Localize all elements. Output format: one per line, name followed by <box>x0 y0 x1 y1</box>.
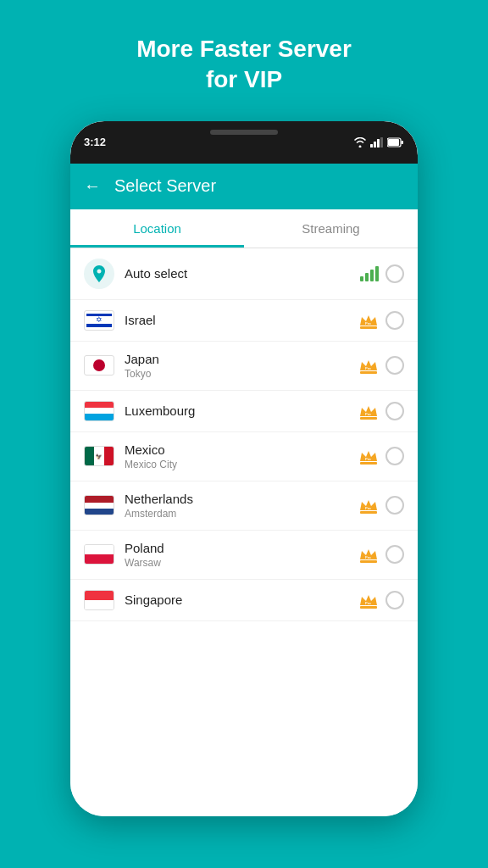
right-icons <box>360 264 404 283</box>
pro-crown-icon: Pro <box>358 357 379 374</box>
country-name: Auto select <box>125 266 350 281</box>
country-name: Luxembourg <box>125 403 348 418</box>
svg-rect-2 <box>377 139 380 147</box>
svg-rect-15 <box>360 511 377 514</box>
radio-button[interactable] <box>385 264 404 283</box>
server-list: Auto select ✡ Isr <box>70 248 418 816</box>
country-name: Singapore <box>125 593 348 607</box>
country-info: Auto select <box>125 266 350 281</box>
bar3 <box>370 270 374 281</box>
country-name: Poland <box>125 541 348 555</box>
app-bar: ← Select Server <box>70 164 418 209</box>
status-icons <box>353 137 404 147</box>
country-info: Israel <box>125 313 348 327</box>
svg-text:Pro: Pro <box>365 506 371 510</box>
svg-text:Pro: Pro <box>365 555 371 559</box>
country-name: Netherlands <box>125 492 348 506</box>
signal-bars <box>360 266 379 281</box>
tabs-container: Location Streaming <box>70 209 418 248</box>
country-info: Luxembourg <box>125 403 348 418</box>
svg-rect-13 <box>360 462 377 465</box>
svg-rect-9 <box>360 371 377 374</box>
cellular-icon <box>370 137 384 147</box>
svg-rect-19 <box>360 606 377 609</box>
bar4 <box>375 266 379 281</box>
country-info: Netherlands Amsterdam <box>125 492 348 520</box>
radio-button[interactable] <box>385 311 404 330</box>
pro-crown-icon: Pro <box>358 592 379 609</box>
country-name: Israel <box>125 313 348 327</box>
right-icons: Pro <box>358 356 404 375</box>
radio-button[interactable] <box>385 356 404 375</box>
pro-crown-icon: Pro <box>358 312 379 329</box>
svg-rect-5 <box>388 139 399 146</box>
battery-icon <box>387 137 404 147</box>
flag-japan <box>84 355 114 376</box>
list-item[interactable]: 🦅 Mexico Mexico City Pro <box>70 432 418 481</box>
svg-rect-11 <box>360 417 377 420</box>
svg-text:Pro: Pro <box>365 366 371 370</box>
radio-button[interactable] <box>385 591 404 609</box>
svg-text:Pro: Pro <box>365 600 371 604</box>
right-icons: Pro <box>358 545 404 564</box>
city-name: Tokyo <box>125 368 348 380</box>
pro-crown-icon: Pro <box>358 403 379 420</box>
radio-button[interactable] <box>385 545 404 564</box>
country-info: Japan Tokyo <box>125 352 348 380</box>
pro-crown-icon: Pro <box>358 546 379 563</box>
status-bar: 3:12 <box>70 121 418 164</box>
list-item[interactable]: Netherlands Amsterdam Pro <box>70 481 418 531</box>
svg-rect-3 <box>380 137 383 147</box>
svg-rect-0 <box>370 144 373 147</box>
list-item[interactable]: Auto select <box>70 248 418 300</box>
back-button[interactable]: ← <box>84 176 101 196</box>
svg-rect-1 <box>374 142 376 147</box>
right-icons: Pro <box>358 311 404 330</box>
radio-button[interactable] <box>385 496 404 515</box>
flag-singapore <box>84 590 114 610</box>
right-icons: Pro <box>358 447 404 465</box>
bar1 <box>360 276 363 281</box>
bar2 <box>365 273 369 281</box>
wifi-icon <box>353 137 367 147</box>
country-info: Singapore <box>125 593 348 607</box>
right-icons: Pro <box>358 402 404 420</box>
radio-button[interactable] <box>385 402 404 420</box>
city-name: Mexico City <box>125 459 348 470</box>
status-time: 3:12 <box>84 136 106 148</box>
country-info: Mexico Mexico City <box>125 442 348 470</box>
flag-mexico: 🦅 <box>84 446 114 466</box>
svg-text:Pro: Pro <box>365 411 371 415</box>
svg-rect-7 <box>360 326 377 329</box>
list-item[interactable]: Luxembourg Pro <box>70 391 418 432</box>
promo-title: More Faster Server for VIP <box>136 34 352 96</box>
city-name: Warsaw <box>125 557 348 569</box>
phone-mockup: 3:12 ← Select Serve <box>70 121 418 816</box>
list-item[interactable]: ✡ Israel Pro <box>70 300 418 342</box>
list-item[interactable]: Poland Warsaw Pro <box>70 531 418 580</box>
list-item[interactable]: Japan Tokyo Pro <box>70 342 418 391</box>
right-icons: Pro <box>358 591 404 609</box>
country-name: Mexico <box>125 442 348 457</box>
country-name: Japan <box>125 352 348 366</box>
list-item[interactable]: Singapore Pro <box>70 580 418 621</box>
svg-text:Pro: Pro <box>365 320 371 325</box>
country-info: Poland Warsaw <box>125 541 348 569</box>
flag-netherlands <box>84 495 114 515</box>
svg-rect-17 <box>360 560 377 563</box>
pro-crown-icon: Pro <box>358 497 379 514</box>
right-icons: Pro <box>358 496 404 515</box>
pro-crown-icon: Pro <box>358 448 379 465</box>
radio-button[interactable] <box>385 447 404 465</box>
flag-luxembourg <box>84 401 114 421</box>
flag-israel: ✡ <box>84 310 114 331</box>
tab-streaming[interactable]: Streaming <box>244 209 418 248</box>
auto-select-icon <box>84 259 114 289</box>
flag-poland <box>84 544 114 565</box>
city-name: Amsterdam <box>125 508 348 520</box>
svg-text:Pro: Pro <box>365 457 371 461</box>
tab-location[interactable]: Location <box>70 209 244 248</box>
svg-rect-6 <box>402 141 404 144</box>
app-bar-title: Select Server <box>114 176 216 196</box>
